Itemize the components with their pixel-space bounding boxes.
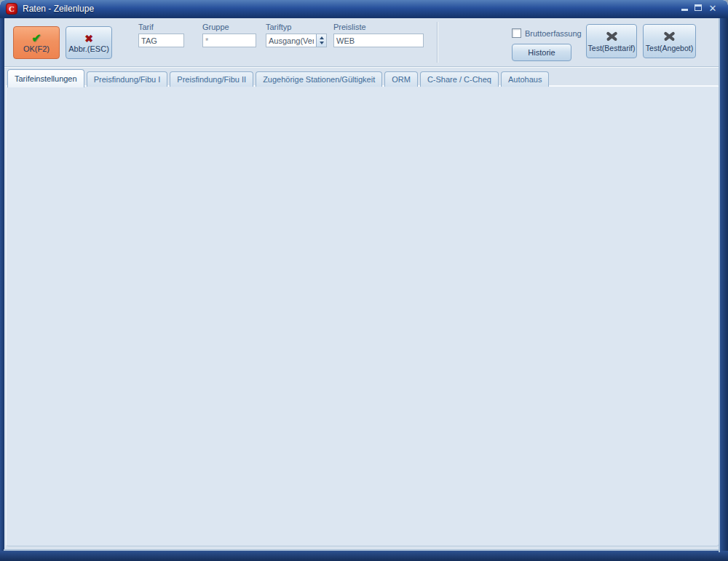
tab-autohaus[interactable]: Autohaus [501,71,549,87]
tab-content-panel [6,85,719,546]
tab-c-share-c-cheq[interactable]: C-Share / C-Cheq [420,71,499,87]
historie-button[interactable]: Historie [512,44,571,61]
ok-button-label: OK(F2) [23,44,50,53]
window-frame-inner-line [719,17,720,552]
raten-zeilenlupe-window: C Raten - Zeilenlupe ✕ ✔ OK(F2) ✖ Abbr.(… [0,0,728,561]
test-besttarif-button[interactable]: Test(Besttarif) [586,24,637,58]
tab-preisfindung-fibu-2[interactable]: Preisfindung/Fibu II [170,71,253,87]
cancel-button[interactable]: ✖ Abbr.(ESC) [66,26,112,59]
spin-down-icon [320,42,324,44]
toolbar-bottom-line [4,66,720,67]
titlebar[interactable]: C Raten - Zeilenlupe ✕ [0,0,728,18]
cancel-button-label: Abbr.(ESC) [68,44,109,53]
window-frame-inner-line [4,549,720,551]
toolbar-separator [437,22,438,63]
close-button[interactable]: ✕ [707,3,719,14]
tariftyp-spinner[interactable] [316,34,326,47]
checkbox-box[interactable] [512,28,521,38]
window-title: Raten - Zeilenlupe [23,0,94,18]
tarif-input[interactable] [138,34,184,47]
preisliste-input[interactable] [333,34,424,47]
tariftyp-combo[interactable] [266,34,327,47]
ok-button[interactable]: ✔ OK(F2) [13,26,60,59]
tab-bar: Tarifeinstellungen Preisfindung/Fibu I P… [7,69,549,87]
app-icon[interactable]: C [6,3,17,15]
maximize-icon [695,4,702,11]
minimize-icon [681,6,688,11]
tarif-label: Tarif [138,23,154,32]
test-angebot-label: Test(Angebot) [646,44,693,52]
maximize-button[interactable] [692,3,704,14]
bruttoerfassung-label: Bruttoerfassung [525,28,582,39]
tab-orm[interactable]: ORM [384,71,418,87]
tariftyp-label: Tariftyp [266,23,291,32]
gruppe-label: Gruppe [202,23,229,32]
check-icon: ✔ [31,32,41,44]
window-frame-left [0,17,4,561]
window-frame-right [720,17,728,561]
window-frame-bottom [0,551,728,561]
close-icon: ✕ [709,3,717,14]
test-besttarif-label: Test(Besttarif) [588,44,636,52]
spin-up-icon [320,36,324,39]
gruppe-input[interactable] [202,34,256,47]
tab-zugehoerige-stationen-gueltigkeit[interactable]: Zugehörige Stationen/Gültigkeit [256,71,382,87]
crossed-tools-icon [662,30,677,42]
historie-button-label: Historie [528,48,555,57]
cancel-x-icon: ✖ [84,33,93,44]
tab-tarifeinstellungen[interactable]: Tarifeinstellungen [7,69,84,87]
test-angebot-button[interactable]: Test(Angebot) [643,24,696,58]
crossed-tools-icon [604,30,620,42]
minimize-button[interactable] [678,3,690,14]
tab-preisfindung-fibu-1[interactable]: Preisfindung/Fibu I [87,71,168,87]
bruttoerfassung-checkbox[interactable]: Bruttoerfassung [512,28,582,39]
preisliste-label: Preisliste [333,23,366,32]
